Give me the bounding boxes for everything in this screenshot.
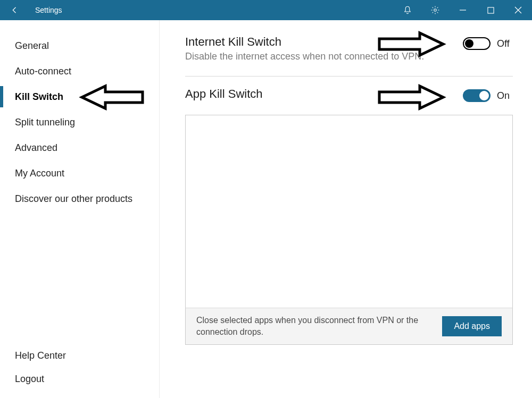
sidebar-item-my-account[interactable]: My Account xyxy=(0,160,159,186)
svg-point-0 xyxy=(434,9,437,12)
internet-kill-title: Internet Kill Switch xyxy=(185,35,424,49)
sidebar-item-help-center[interactable]: Help Center xyxy=(0,344,159,367)
sidebar-item-logout[interactable]: Logout xyxy=(0,367,159,391)
sidebar-item-label: Logout xyxy=(15,374,44,385)
titlebar: Settings xyxy=(0,0,532,20)
main-panel: Internet Kill Switch Disable the interne… xyxy=(160,20,532,398)
sidebar-item-label: Auto-connect xyxy=(15,66,71,77)
sidebar-item-split-tunneling[interactable]: Split tunneling xyxy=(0,109,159,135)
internet-kill-toggle[interactable] xyxy=(463,37,491,50)
window-title: Settings xyxy=(35,6,62,14)
app-kill-footer: Close selected apps when you disconnect … xyxy=(185,308,513,345)
notifications-button[interactable] xyxy=(394,0,421,20)
sidebar-item-advanced[interactable]: Advanced xyxy=(0,135,159,160)
sidebar-item-label: My Account xyxy=(15,168,64,179)
sidebar-item-discover-products[interactable]: Discover our other products xyxy=(0,186,159,211)
sidebar-item-general[interactable]: General xyxy=(0,33,159,58)
back-button[interactable] xyxy=(4,0,26,20)
minimize-button[interactable] xyxy=(449,0,477,20)
svg-rect-1 xyxy=(487,7,493,13)
sidebar-item-label: Advanced xyxy=(15,142,57,154)
sidebar-item-label: General xyxy=(15,40,49,52)
app-kill-footer-text: Close selected apps when you disconnect … xyxy=(196,315,425,337)
internet-kill-subtitle: Disable the internet access when not con… xyxy=(185,51,424,62)
sidebar-item-auto-connect[interactable]: Auto-connect xyxy=(0,58,159,84)
close-button[interactable] xyxy=(504,0,532,20)
add-apps-button[interactable]: Add apps xyxy=(442,316,502,336)
sidebar-item-label: Help Center xyxy=(15,350,66,361)
maximize-button[interactable] xyxy=(477,0,504,20)
settings-gear-button[interactable] xyxy=(421,0,449,20)
app-kill-state: On xyxy=(497,90,513,101)
app-kill-toggle[interactable] xyxy=(463,89,491,102)
divider xyxy=(185,76,513,77)
sidebar-item-label: Discover our other products xyxy=(15,193,132,205)
internet-kill-state: Off xyxy=(497,38,513,49)
sidebar-item-kill-switch[interactable]: Kill Switch xyxy=(0,84,159,109)
app-list xyxy=(185,115,513,308)
sidebar: General Auto-connect Kill Switch Split t… xyxy=(0,20,160,398)
sidebar-item-label: Split tunneling xyxy=(15,117,75,128)
sidebar-item-label: Kill Switch xyxy=(15,91,63,103)
app-kill-title: App Kill Switch xyxy=(185,87,263,101)
